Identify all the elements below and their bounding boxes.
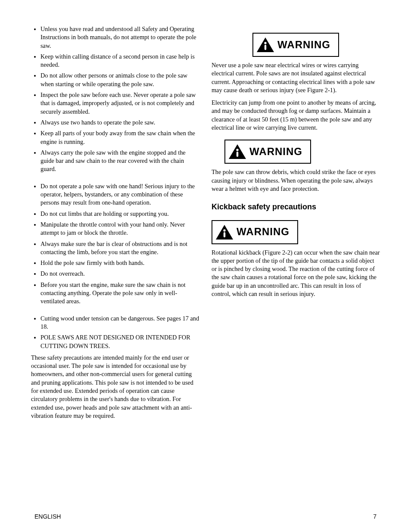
footer-language: ENGLISH bbox=[34, 513, 61, 521]
list-item: Manipulate the throttle control with you… bbox=[40, 221, 199, 237]
warning-label: WARNING bbox=[249, 145, 302, 159]
warning-body: The pole saw can throw debris, which cou… bbox=[212, 168, 380, 193]
list-item: Always make sure the bar is clear of obs… bbox=[40, 240, 199, 257]
svg-rect-2 bbox=[265, 45, 266, 50]
warning-label: WARNING bbox=[237, 225, 290, 239]
footer-page-number: 7 bbox=[373, 513, 377, 521]
svg-point-1 bbox=[264, 42, 266, 44]
list-item: Do not operate a pole saw with one hand!… bbox=[40, 182, 199, 207]
left-column: Unless you have read and understood all … bbox=[31, 25, 199, 424]
page-footer: ENGLISH 7 bbox=[0, 513, 411, 521]
list-item: Do not cut limbs that are holding or sup… bbox=[40, 210, 199, 218]
warning-triangle-icon bbox=[216, 225, 233, 240]
warning-box-kickback: WARNING bbox=[212, 220, 298, 244]
warning-body: Never use a pole saw near electrical wir… bbox=[212, 61, 380, 94]
warning-body: Electricity can jump from one point to a… bbox=[212, 99, 380, 132]
warning-triangle-icon bbox=[257, 37, 274, 52]
bullet-list-precautions-1: Unless you have read and understood all … bbox=[31, 25, 199, 174]
list-item: Unless you have read and understood all … bbox=[40, 25, 199, 50]
svg-point-4 bbox=[236, 149, 238, 151]
warning-box-electrical: WARNING bbox=[252, 33, 339, 57]
list-item: Always carry the pole saw with the engin… bbox=[40, 149, 199, 174]
warning-triangle-icon bbox=[229, 144, 246, 159]
list-item: Do not overreach. bbox=[40, 270, 199, 278]
list-item: Keep within calling distance of a second… bbox=[40, 53, 199, 69]
svg-rect-8 bbox=[224, 232, 225, 237]
list-item: Cutting wood under tension can be danger… bbox=[40, 314, 199, 331]
list-item: Keep all parts of your body away from th… bbox=[40, 129, 199, 146]
list-item: POLE SAWS ARE NOT DESIGNED OR INTENDED F… bbox=[40, 333, 199, 350]
page: Unless you have read and understood all … bbox=[0, 0, 411, 532]
right-column: WARNING Never use a pole saw near electr… bbox=[212, 25, 380, 424]
list-item: Inspect the pole saw before each use. Ne… bbox=[40, 91, 199, 116]
two-column-layout: Unless you have read and understood all … bbox=[31, 25, 380, 424]
section-heading-kickback: Kickback safety precautions bbox=[212, 202, 380, 212]
paragraph-usage-intent: These safety precautions are intended ma… bbox=[31, 354, 199, 420]
warning-body: Rotational kickback (Figure 2-2) can occ… bbox=[212, 249, 380, 299]
warning-box-debris: WARNING bbox=[224, 140, 311, 164]
list-item: Do not allow other persons or animals cl… bbox=[40, 72, 199, 88]
list-item: Always use two hands to operate the pole… bbox=[40, 118, 199, 127]
svg-rect-5 bbox=[237, 152, 238, 157]
bullet-list-precautions-3: Cutting wood under tension can be danger… bbox=[31, 314, 199, 350]
warning-label: WARNING bbox=[277, 38, 330, 52]
list-item: Before you start the engine, make sure t… bbox=[40, 281, 199, 306]
list-item: Hold the pole saw firmly with both hands… bbox=[40, 259, 199, 267]
svg-point-7 bbox=[223, 229, 225, 231]
bullet-list-precautions-2: Do not operate a pole saw with one hand!… bbox=[31, 182, 199, 306]
